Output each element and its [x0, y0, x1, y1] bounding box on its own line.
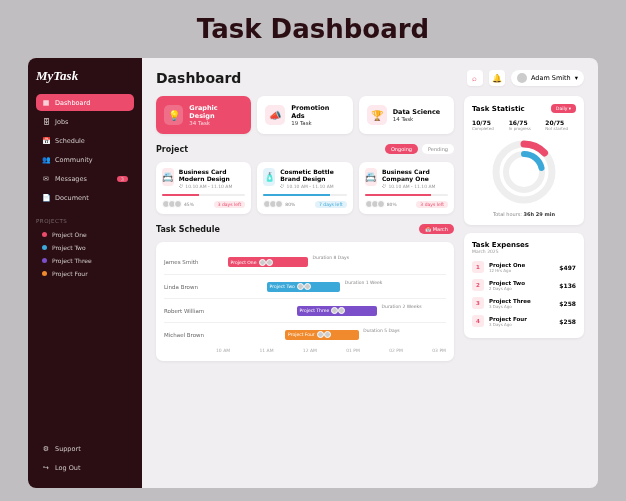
expenses-month: March 2025: [472, 249, 576, 254]
sidebar-project-item[interactable]: Project Four: [36, 267, 134, 280]
user-menu-button[interactable]: Adam Smith ▾: [511, 70, 584, 86]
stat-period-button[interactable]: Daily ▾: [551, 104, 576, 113]
pill-pending[interactable]: Pending: [422, 144, 454, 154]
project-name: Project Three: [52, 257, 92, 264]
progress-bar: [365, 194, 448, 196]
outer-page-title: Task Dashboard: [0, 0, 626, 58]
days-left-pill: 3 days left: [416, 201, 448, 208]
category-cards: 💡 Graphic Design 34 Task 📣 Promotion Ads…: [156, 96, 454, 134]
nav-label: Community: [55, 156, 93, 164]
notifications-button[interactable]: 🔔: [489, 70, 505, 86]
task-expenses-card: Task Expenses March 2025 1 Project One 1…: [464, 233, 584, 338]
category-card[interactable]: 💡 Graphic Design 34 Task: [156, 96, 251, 134]
category-card[interactable]: 🏆 Data Science 14 Task: [359, 96, 454, 134]
nav-label: Messages: [55, 175, 87, 183]
sidebar-item-dashboard[interactable]: ▦ Dashboard: [36, 94, 134, 111]
project-filter-pills: Ongoing Pending: [385, 144, 454, 154]
schedule-card: James Smith Project One Duration 8 Days …: [156, 242, 454, 361]
category-count: 14 Task: [393, 116, 441, 122]
project-card-time: ⏱ 10.10 AM - 11.10 AM: [280, 184, 347, 189]
expense-amount: $258: [559, 318, 576, 325]
sidebar-item-support[interactable]: ⚙ Support: [36, 440, 134, 457]
project-section-header: Project Ongoing Pending: [156, 144, 454, 154]
expenses-title: Task Expenses: [472, 241, 576, 249]
schedule-row: Linda Brown Project Two Duration 1 Week: [164, 274, 446, 298]
expense-row[interactable]: 3 Project Three 3 Days Ago $258: [472, 294, 576, 312]
expense-ago: 3 Days Ago: [489, 304, 559, 309]
expenses-list: 1 Project One 12 Hrs Ago $497 2 Project …: [472, 258, 576, 330]
project-card-time: ⏱ 10.10 AM - 11.10 AM: [382, 184, 448, 189]
category-card[interactable]: 📣 Promotion Ads 19 Task: [257, 96, 352, 134]
main-content: Dashboard ⌕ 🔔 Adam Smith ▾ 💡 Graphic Des…: [142, 58, 598, 488]
project-section-title: Project: [156, 145, 188, 154]
axis-tick: 12 AM: [303, 348, 317, 353]
schedule-person: James Smith: [164, 259, 216, 265]
search-button[interactable]: ⌕: [467, 70, 483, 86]
sidebar-item-document[interactable]: 📄 Document: [36, 189, 134, 206]
gantt-duration: Duration 1 Week: [345, 281, 383, 286]
gantt-avatar: [331, 307, 338, 314]
expense-row[interactable]: 2 Project Two 2 Days Ago $136: [472, 276, 576, 294]
project-card[interactable]: 📇 Business Card Modern Design ⏱ 10.10 AM…: [156, 162, 251, 214]
project-card-icon: 📇: [162, 168, 174, 186]
schedule-month-button[interactable]: 📅 March: [419, 224, 454, 234]
sidebar-item-schedule[interactable]: 📅 Schedule: [36, 132, 134, 149]
pill-ongoing[interactable]: Ongoing: [385, 144, 418, 154]
expense-ago: 12 Hrs Ago: [489, 268, 559, 273]
category-count: 34 Task: [189, 120, 243, 126]
category-title: Graphic Design: [189, 104, 243, 120]
sidebar-item-jobs[interactable]: 🗄 Jobs: [36, 113, 134, 130]
sidebar-item-community[interactable]: 👥 Community: [36, 151, 134, 168]
gantt-avatar: [317, 331, 324, 338]
nav-label: Log Out: [55, 464, 80, 472]
schedule-axis: 10 AM11 AM12 AM01 PM02 PM03 PM: [164, 348, 446, 353]
project-card[interactable]: 📇 Business Card Company One ⏱ 10.10 AM -…: [359, 162, 454, 214]
nav-label: Schedule: [55, 137, 85, 145]
axis-tick: 03 PM: [432, 348, 446, 353]
project-card-icon: 🧴: [263, 168, 275, 186]
axis-tick: 11 AM: [259, 348, 273, 353]
sidebar-project-item[interactable]: Project One: [36, 228, 134, 241]
stat-donut-chart: [489, 137, 559, 207]
gantgames-b„ data-interactable=: Project One: [228, 257, 309, 267]
expense-row[interactable]: 1 Project One 12 Hrs Ago $497: [472, 258, 576, 276]
expense-amount: $258: [559, 300, 576, 307]
schedule-actions: 📅 March: [419, 224, 454, 234]
project-name: Project Four: [52, 270, 88, 277]
sidebar-project-item[interactable]: Project Three: [36, 254, 134, 267]
expense-rank: 3: [472, 297, 484, 309]
schedule-track: Project Three Duration 2 Weeks: [216, 299, 446, 323]
sidebar-project-item[interactable]: Project Two: [36, 241, 134, 254]
support-icon: ⚙: [42, 445, 50, 453]
task-statistic-card: Task Statistic Daily ▾ 10/75Completed16/…: [464, 96, 584, 225]
category-text: Promotion Ads 19 Task: [291, 104, 344, 126]
project-card[interactable]: 🧴 Cosmetic Bottle Brand Design ⏱ 10.10 A…: [257, 162, 352, 214]
gantt-duration: Duration 5 Days: [363, 329, 400, 334]
sidebar-item-messages[interactable]: ✉ Messages 3: [36, 170, 134, 187]
expense-info: Project Three 3 Days Ago: [489, 298, 559, 309]
content-row: 💡 Graphic Design 34 Task 📣 Promotion Ads…: [156, 96, 584, 361]
axis-tick: 10 AM: [216, 348, 230, 353]
schedule-track: Project Four Duration 5 Days: [216, 323, 446, 347]
category-icon: 🏆: [367, 105, 387, 125]
expense-row[interactable]: 4 Project Four 3 Days Ago $258: [472, 312, 576, 330]
expense-amount: $497: [559, 264, 576, 271]
sidebar-item-log-out[interactable]: ↪ Log Out: [36, 459, 134, 476]
avatar: [517, 73, 527, 83]
stat-title: Task Statistic: [472, 105, 525, 113]
progress-bar: [162, 194, 245, 196]
project-color-dot: [42, 245, 47, 250]
log-out-icon: ↪: [42, 464, 50, 472]
schedule-person: Michael Brown: [164, 332, 216, 338]
nav-label: Dashboard: [55, 99, 90, 107]
schedule-track: Project Two Duration 1 Week: [216, 275, 446, 299]
projects-list: Project One Project Two Project Three Pr…: [36, 228, 134, 280]
header: Dashboard ⌕ 🔔 Adam Smith ▾: [156, 70, 584, 86]
days-left-pill: 7 days left: [315, 201, 347, 208]
category-count: 19 Task: [291, 120, 344, 126]
right-column: Task Statistic Daily ▾ 10/75Completed16/…: [464, 96, 584, 361]
sidebar: MyTask ▦ Dashboard 🗄 Jobs 📅 Schedule 👥 C…: [28, 58, 142, 488]
stat-number: 10/75Completed: [472, 119, 503, 131]
calendar-icon: 📅: [425, 226, 431, 232]
expense-info: Project Two 2 Days Ago: [489, 280, 559, 291]
